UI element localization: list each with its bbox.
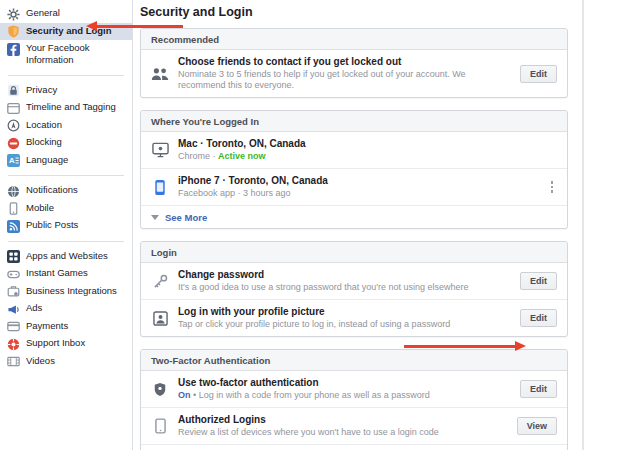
sidebar-divider: [8, 175, 124, 176]
language-icon: A: [7, 154, 20, 167]
settings-row-choose-friends-to-contact-if-you-get-locked-out: Choose friends to contact if you get loc…: [141, 50, 567, 97]
sidebar-item-timeline-and-tagging[interactable]: Timeline and Tagging: [0, 99, 132, 117]
edit-button[interactable]: Edit: [520, 380, 557, 398]
sidebar-item-label: Instant Games: [26, 267, 88, 279]
mobile-device-icon: [151, 179, 169, 196]
settings-sidebar: GeneralSecurity and LoginYour Facebook I…: [0, 0, 133, 450]
view-button[interactable]: View: [517, 417, 557, 435]
row-title: iPhone 7 · Toronto, ON, Canada: [178, 175, 539, 187]
mobile-phone-icon: [7, 202, 20, 215]
sidebar-item-label: Apps and Websites: [26, 250, 108, 262]
shield-icon: [7, 25, 20, 38]
row-subtitle: Tap or click your profile picture to log…: [178, 319, 512, 330]
apps-websites-icon: [7, 250, 20, 263]
subtitle-text: Chrome ·: [178, 151, 218, 161]
edit-button[interactable]: Edit: [520, 65, 557, 83]
sidebar-item-label: Notifications: [26, 184, 78, 196]
sidebar-item-general[interactable]: General: [0, 5, 132, 23]
edit-button[interactable]: Edit: [520, 272, 557, 290]
blocking-icon: [7, 137, 20, 150]
settings-row-use-two-factor-authentication: Use two-factor authenticationOn • Log in…: [141, 371, 567, 408]
sidebar-item-label: Ads: [26, 302, 42, 314]
payments-card-icon: [7, 320, 20, 333]
row-subtitle: Review a list of devices where you won't…: [178, 427, 509, 438]
sidebar-item-business-integrations[interactable]: Business Integrations: [0, 283, 132, 301]
card-header: Recommended: [141, 29, 567, 50]
sidebar-item-label: Privacy: [26, 84, 57, 96]
settings-card-where-you-re-logged-in: Where You're Logged InMac · Toronto, ON,…: [140, 110, 568, 229]
sidebar-item-label: Location: [26, 119, 62, 131]
row-text: Log in with your profile pictureTap or c…: [178, 306, 520, 330]
sidebar-item-label: Videos: [26, 355, 55, 367]
see-more-label: See More: [165, 212, 207, 223]
sidebar-divider: [8, 75, 124, 76]
sidebar-item-privacy[interactable]: Privacy: [0, 82, 132, 100]
desktop-computer-icon: [151, 142, 169, 158]
row-subtitle: Facebook app · 3 hours ago: [178, 188, 539, 199]
sidebar-item-notifications[interactable]: Notifications: [0, 182, 132, 200]
settings-card-recommended: RecommendedChoose friends to contact if …: [140, 28, 568, 98]
row-title: Change password: [178, 269, 512, 281]
videos-icon: [7, 355, 20, 368]
sidebar-item-videos[interactable]: Videos: [0, 353, 132, 371]
page-title: Security and Login: [140, 5, 568, 19]
sidebar-item-label: Public Posts: [26, 219, 78, 231]
sidebar-item-support-inbox[interactable]: Support Inbox: [0, 335, 132, 353]
sidebar-item-mobile[interactable]: Mobile: [0, 200, 132, 218]
see-more-button[interactable]: See More: [141, 206, 567, 228]
status-text: Active now: [218, 151, 266, 161]
more-options-button[interactable]: [547, 178, 558, 196]
edit-button[interactable]: Edit: [520, 309, 557, 327]
sidebar-item-your-facebook-information[interactable]: Your Facebook Information: [0, 40, 132, 69]
sidebar-item-public-posts[interactable]: Public Posts: [0, 217, 132, 235]
key-icon: [151, 274, 169, 289]
settings-row-log-in-with-your-profile-picture: Log in with your profile pictureTap or c…: [141, 300, 567, 336]
notifications-globe-icon: [7, 185, 20, 198]
sidebar-divider: [8, 241, 124, 242]
business-integrations-icon: [7, 285, 20, 298]
sidebar-item-ads[interactable]: Ads: [0, 300, 132, 318]
sidebar-item-security-and-login[interactable]: Security and Login: [0, 23, 132, 41]
settings-main: Security and Login RecommendedChoose fri…: [140, 0, 568, 450]
row-subtitle: Nominate 3 to 5 friends to help if you g…: [178, 69, 512, 91]
sidebar-item-location[interactable]: Location: [0, 117, 132, 135]
sidebar-item-payments[interactable]: Payments: [0, 318, 132, 336]
row-text: iPhone 7 · Toronto, ON, CanadaFacebook a…: [178, 175, 547, 199]
facebook-icon: [7, 43, 20, 56]
settings-row-change-password: Change passwordIt's a good idea to use a…: [141, 263, 567, 300]
settings-row-authorized-logins: Authorized LoginsReview a list of device…: [141, 408, 567, 445]
sidebar-item-label: Payments: [26, 320, 68, 332]
device-phone-icon: [151, 418, 169, 434]
row-text: Choose friends to contact if you get loc…: [178, 56, 520, 91]
card-header: Two-Factor Authentication: [141, 350, 567, 371]
card-header: Login: [141, 242, 567, 263]
sidebar-item-label: General: [26, 7, 60, 19]
sidebar-item-label: Business Integrations: [26, 285, 117, 297]
settings-row-iphone-7-toronto-on-canada: iPhone 7 · Toronto, ON, CanadaFacebook a…: [141, 169, 567, 206]
sidebar-item-label: Language: [26, 154, 68, 166]
row-text: Change passwordIt's a good idea to use a…: [178, 269, 520, 293]
settings-cards: RecommendedChoose friends to contact if …: [140, 28, 568, 450]
settings-row-app-passwords: App passwordsUse special passwords to lo…: [141, 445, 567, 450]
row-subtitle: Chrome · Active now: [178, 151, 549, 162]
row-text: Use two-factor authenticationOn • Log in…: [178, 377, 520, 401]
timeline-icon: [7, 102, 20, 115]
subtitle-text: • Log in with a code from your phone as …: [191, 390, 430, 400]
card-header: Where You're Logged In: [141, 111, 567, 132]
status-text: On: [178, 390, 191, 400]
sidebar-item-apps-and-websites[interactable]: Apps and Websites: [0, 248, 132, 266]
chevron-down-icon: [151, 215, 159, 220]
sidebar-item-instant-games[interactable]: Instant Games: [0, 265, 132, 283]
ads-megaphone-icon: [7, 303, 20, 316]
instant-games-icon: [7, 268, 20, 281]
row-text: Authorized LoginsReview a list of device…: [178, 414, 517, 438]
page-right-edge: [582, 0, 584, 450]
settings-card-login: LoginChange passwordIt's a good idea to …: [140, 241, 568, 337]
sidebar-item-language[interactable]: ALanguage: [0, 152, 132, 170]
gear-icon: [7, 8, 20, 21]
sidebar-item-label: Support Inbox: [26, 337, 85, 349]
sidebar-item-blocking[interactable]: Blocking: [0, 134, 132, 152]
sidebar-item-label: Timeline and Tagging: [26, 101, 116, 113]
location-icon: [7, 119, 20, 132]
row-subtitle: On • Log in with a code from your phone …: [178, 390, 512, 401]
